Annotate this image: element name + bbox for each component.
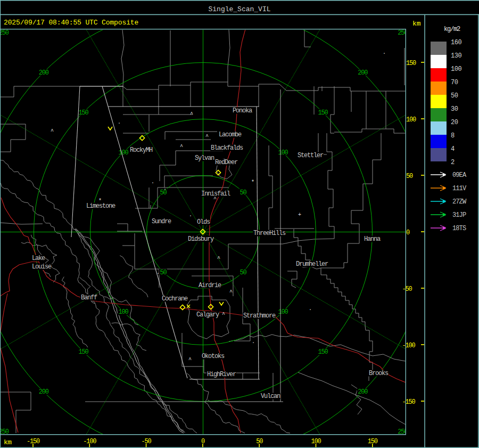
svg-text:^: ^: [190, 111, 193, 117]
svg-text:Cochrane: Cochrane: [162, 295, 188, 303]
svg-text:150: 150: [79, 348, 89, 356]
svg-text:^: ^: [205, 134, 209, 140]
svg-text:100: 100: [278, 308, 288, 316]
svg-text:Stettler: Stettler: [298, 152, 324, 159]
svg-text:.: .: [189, 212, 192, 218]
svg-text:^: ^: [188, 357, 192, 363]
svg-text:Louise: Louise: [32, 263, 52, 271]
svg-text:150: 150: [318, 109, 328, 117]
svg-text:Single_Scan_VIL: Single_Scan_VIL: [208, 5, 270, 13]
svg-text:200: 200: [358, 69, 368, 77]
svg-text:100: 100: [406, 116, 416, 124]
svg-text:Blackfalds: Blackfalds: [211, 144, 243, 152]
svg-text:ThreeHills: ThreeHills: [253, 230, 286, 237]
svg-text:Lacombe: Lacombe: [219, 131, 242, 139]
svg-text:150: 150: [406, 60, 416, 67]
svg-text:09EA: 09EA: [452, 172, 467, 179]
svg-text:0: 0: [406, 229, 410, 237]
svg-text:Innisfail: Innisfail: [201, 190, 230, 198]
svg-text:Sundre: Sundre: [152, 218, 171, 225]
svg-text:Sylvan: Sylvan: [195, 154, 214, 162]
svg-text:.: .: [309, 306, 312, 312]
svg-text:50: 50: [240, 189, 246, 197]
svg-text:130: 130: [451, 52, 461, 60]
svg-text:50: 50: [240, 269, 246, 276]
svg-text:Hanna: Hanna: [364, 235, 381, 243]
svg-text:^: ^: [222, 312, 225, 317]
svg-text:150: 150: [318, 348, 328, 356]
svg-text:70: 70: [451, 79, 458, 86]
svg-text:100: 100: [451, 66, 461, 73]
svg-text:RockyMH: RockyMH: [130, 146, 153, 154]
svg-text:Banff: Banff: [81, 294, 97, 302]
svg-text:Okotoks: Okotoks: [202, 353, 225, 360]
svg-text:4: 4: [451, 145, 455, 153]
svg-text:km: km: [412, 20, 421, 28]
svg-text:^: ^: [180, 144, 183, 150]
svg-text:.: .: [118, 119, 121, 125]
svg-text:.: .: [383, 50, 386, 55]
svg-text:50: 50: [406, 173, 413, 180]
svg-text:RedDeer: RedDeer: [215, 159, 238, 166]
svg-text:50: 50: [160, 269, 167, 276]
svg-text:160: 160: [451, 39, 461, 46]
svg-text:2: 2: [451, 159, 455, 166]
svg-text:111V: 111V: [452, 185, 467, 192]
svg-text:^: ^: [51, 128, 54, 134]
svg-text:Olds: Olds: [197, 218, 210, 226]
svg-text:250: 250: [0, 29, 9, 37]
svg-text:^: ^: [229, 289, 233, 295]
svg-text:-150: -150: [402, 398, 416, 406]
svg-text:200: 200: [39, 388, 49, 396]
svg-text:-100: -100: [402, 342, 416, 349]
svg-text:50: 50: [451, 92, 458, 100]
svg-text:100: 100: [119, 149, 129, 157]
svg-text:8: 8: [451, 132, 455, 140]
svg-text:HighRiver: HighRiver: [207, 371, 236, 378]
svg-text:100: 100: [278, 149, 288, 157]
svg-text:.: .: [156, 270, 160, 275]
svg-text:100: 100: [119, 308, 129, 316]
svg-text:Strathmore: Strathmore: [243, 312, 276, 320]
svg-text:Airdrie: Airdrie: [199, 282, 221, 289]
svg-text:30: 30: [451, 105, 458, 113]
svg-text:+: +: [298, 212, 301, 218]
svg-text:Limestone: Limestone: [86, 202, 115, 210]
svg-text:*: *: [251, 180, 254, 185]
svg-text:Vulcan: Vulcan: [261, 393, 280, 400]
svg-text:kg/m2: kg/m2: [444, 26, 460, 33]
svg-text:.: .: [151, 179, 154, 185]
svg-text:Drumheller: Drumheller: [296, 260, 328, 268]
svg-text:27ZW: 27ZW: [452, 198, 467, 206]
svg-text:31JP: 31JP: [452, 211, 466, 219]
svg-text:.: .: [163, 185, 167, 191]
svg-text:^: ^: [217, 256, 220, 262]
svg-text:150: 150: [79, 109, 89, 117]
svg-text:-50: -50: [402, 286, 412, 293]
svg-text:200: 200: [358, 388, 368, 396]
svg-text:km: km: [4, 438, 12, 446]
svg-text:Calgary: Calgary: [196, 311, 219, 319]
svg-text:Ponoka: Ponoka: [233, 107, 252, 115]
svg-text:.: .: [252, 339, 255, 345]
svg-text:Lake: Lake: [32, 255, 45, 262]
svg-text:Brooks: Brooks: [369, 370, 389, 377]
svg-text:20: 20: [451, 119, 458, 126]
svg-text:Didsbury: Didsbury: [188, 235, 214, 243]
svg-text:2025/09/17 08:40:55 UTC Compos: 2025/09/17 08:40:55 UTC Composite: [4, 19, 138, 27]
svg-text:200: 200: [39, 69, 49, 77]
svg-text:18TS: 18TS: [452, 225, 466, 232]
